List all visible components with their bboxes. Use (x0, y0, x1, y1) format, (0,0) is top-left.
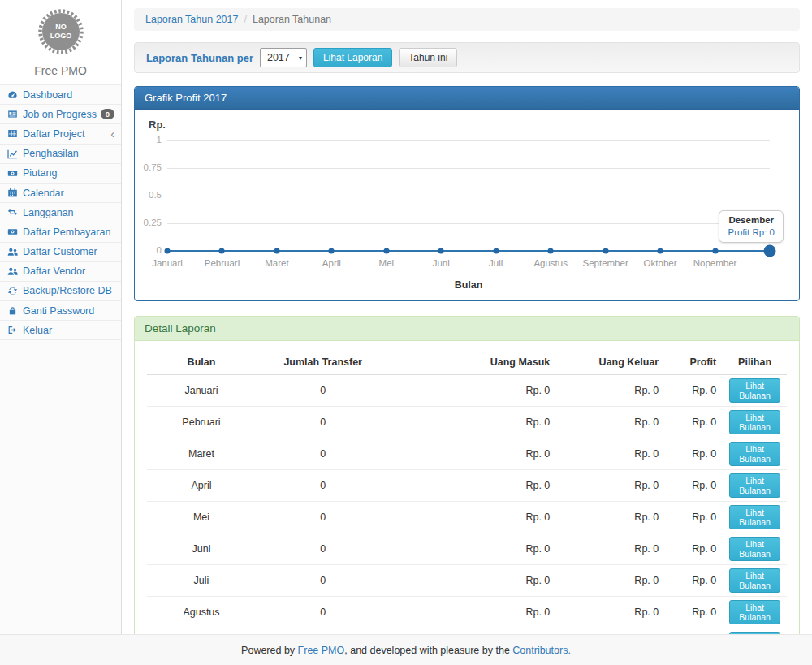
detail-panel-title: Detail Laporan (135, 317, 799, 341)
column-header-pilihan: Pilihan (723, 351, 787, 374)
brand-name: Free PMO (0, 64, 121, 77)
cell-pilihan: Lihat Bulanan (723, 407, 787, 438)
cell-uang-masuk: Rp. 0 (390, 533, 556, 565)
sidebar-item-label: Piutang (23, 167, 57, 179)
chart-point-juni[interactable] (438, 248, 444, 254)
chart-y-tick-label: 0 (135, 245, 162, 256)
chart-point-juli[interactable] (493, 248, 499, 254)
cell-jumlah-transfer: 0 (256, 374, 390, 407)
cell-bulan: Agustus (147, 597, 256, 628)
cell-bulan: Maret (147, 438, 256, 470)
chart-point-januari[interactable] (165, 248, 171, 254)
view-monthly-button-pebruari[interactable]: Lihat Bulanan (729, 410, 780, 434)
chart-point-oktober[interactable] (658, 248, 663, 254)
main-content: Laporan Tahun 2017 / Laporan Tahunan Lap… (122, 0, 812, 634)
chart-point-pebruari[interactable] (219, 248, 225, 254)
tooltip-value: Profit Rp: 0 (728, 227, 775, 237)
view-monthly-button-januari[interactable]: Lihat Bulanan (729, 378, 780, 403)
sidebar-item-job-on-progress[interactable]: Job on Progress0 (0, 105, 121, 124)
sidebar-item-piutang[interactable]: Piutang (0, 164, 121, 184)
chart-point-april[interactable] (329, 248, 335, 254)
chart-point-desember[interactable] (764, 245, 776, 257)
view-monthly-button-maret[interactable]: Lihat Bulanan (729, 442, 780, 466)
cell-jumlah-transfer: 0 (256, 407, 390, 438)
cell-bulan: Januari (147, 374, 256, 407)
year-select[interactable]: 2017 ▾ (260, 48, 307, 67)
view-monthly-button-april[interactable]: Lihat Bulanan (729, 473, 780, 498)
chart-panel-title: Grafik Profit 2017 (135, 87, 799, 110)
column-header-uang-masuk: Uang Masuk (390, 351, 556, 374)
breadcrumb-separator: / (244, 14, 246, 25)
chart-x-tick-label: Juli (489, 258, 503, 268)
cell-jumlah-transfer: 0 (256, 565, 390, 597)
cell-profit: Rp. 0 (665, 597, 723, 628)
chart-gridline (167, 140, 770, 141)
view-monthly-button-juli[interactable]: Lihat Bulanan (729, 568, 780, 593)
breadcrumb-link[interactable]: Laporan Tahun 2017 (145, 14, 238, 25)
sidebar-item-label: Daftar Project (23, 128, 84, 140)
sidebar-item-backup-restore-db[interactable]: Backup/Restore DB (0, 282, 121, 301)
chart-gridline (167, 168, 770, 169)
logo-text-line2: LOGO (50, 32, 71, 40)
sidebar-item-ganti-password[interactable]: Ganti Password (0, 301, 121, 321)
cell-uang-masuk: Rp. 0 (390, 470, 556, 502)
filter-label: Laporan Tahunan per (146, 52, 253, 64)
chart-x-tick-label: Agustus (533, 258, 568, 268)
sidebar-item-daftar-customer[interactable]: Daftar Customer (0, 243, 121, 262)
no-logo-seal-icon: NO LOGO (35, 6, 87, 57)
table-row-pebruari: Pebruari0Rp. 0Rp. 0Rp. 0Lihat Bulanan (147, 407, 787, 438)
cell-jumlah-transfer: 0 (256, 597, 390, 628)
cell-jumlah-transfer: 0 (256, 502, 390, 533)
contributors-link[interactable]: Contributors. (512, 645, 571, 656)
sidebar-item-keluar[interactable]: Keluar (0, 321, 121, 340)
chart-x-tick-label: Maret (265, 258, 288, 268)
cell-profit: Rp. 0 (665, 438, 723, 470)
table-row-mei: Mei0Rp. 0Rp. 0Rp. 0Lihat Bulanan (147, 502, 787, 533)
sidebar-item-dashboard[interactable]: Dashboard (0, 85, 121, 105)
table-row-april: April0Rp. 0Rp. 0Rp. 0Lihat Bulanan (147, 470, 787, 502)
column-header-profit: Profit (665, 351, 723, 374)
view-monthly-button-mei[interactable]: Lihat Bulanan (729, 505, 780, 529)
page-footer: Powered by Free PMO, and developed with … (0, 634, 812, 665)
sidebar-item-daftar-pembayaran[interactable]: Daftar Pembayaran (0, 222, 121, 242)
cell-uang-keluar: Rp. 0 (556, 533, 665, 565)
cell-uang-keluar: Rp. 0 (556, 438, 665, 470)
cell-bulan: Mei (147, 502, 256, 533)
chart-point-september[interactable] (603, 248, 608, 254)
chart-y-tick-label: 1 (135, 135, 162, 145)
dashboard-icon (7, 89, 19, 100)
view-monthly-button-agustus[interactable]: Lihat Bulanan (729, 600, 780, 624)
chart-gridline (167, 223, 770, 224)
chart-point-agustus[interactable] (548, 248, 554, 254)
brand-block: NO LOGO Free PMO (0, 0, 121, 84)
cell-pilihan: Lihat Bulanan (723, 597, 787, 628)
chart-y-tick-label: 0.75 (135, 162, 162, 173)
profit-chart-panel: Grafik Profit 2017 Rp. Desember Profit R… (134, 86, 800, 301)
sidebar-item-daftar-vendor[interactable]: Daftar Vendor (0, 262, 121, 282)
sidebar-item-penghasilan[interactable]: Penghasilan (0, 145, 121, 164)
view-monthly-button-juni[interactable]: Lihat Bulanan (729, 537, 780, 561)
chart-point-nopember[interactable] (712, 248, 718, 254)
view-report-button[interactable]: Lihat Laporan (313, 48, 392, 67)
sidebar-item-calendar[interactable]: Calendar (0, 184, 121, 203)
page-layout: NO LOGO Free PMO DashboardJob on Progres… (0, 0, 812, 634)
detail-report-panel: Detail Laporan BulanJumlah TransferUang … (134, 316, 800, 665)
sidebar-item-langganan[interactable]: Langganan (0, 203, 121, 222)
sidebar-item-daftar-project[interactable]: Daftar Project‹ (0, 124, 121, 144)
chart-point-maret[interactable] (274, 248, 279, 254)
cell-jumlah-transfer: 0 (256, 533, 390, 565)
table-row-agustus: Agustus0Rp. 0Rp. 0Rp. 0Lihat Bulanan (147, 597, 787, 628)
this-year-button[interactable]: Tahun ini (399, 48, 457, 67)
table-header-row: BulanJumlah TransferUang MasukUang Kelua… (147, 351, 787, 374)
cell-uang-keluar: Rp. 0 (556, 597, 665, 628)
cell-profit: Rp. 0 (665, 374, 723, 407)
free-pmo-link[interactable]: Free PMO (298, 645, 345, 656)
chart-x-axis-title: Bulan (167, 279, 770, 291)
cell-uang-keluar: Rp. 0 (556, 565, 665, 597)
sidebar-item-label: Langganan (23, 207, 74, 218)
retweet-icon (7, 207, 19, 218)
chart-point-mei[interactable] (383, 248, 389, 254)
table-row-juli: Juli0Rp. 0Rp. 0Rp. 0Lihat Bulanan (147, 565, 787, 597)
chart-x-tick-label: Nopember (693, 258, 737, 268)
newspaper-icon (7, 109, 19, 119)
